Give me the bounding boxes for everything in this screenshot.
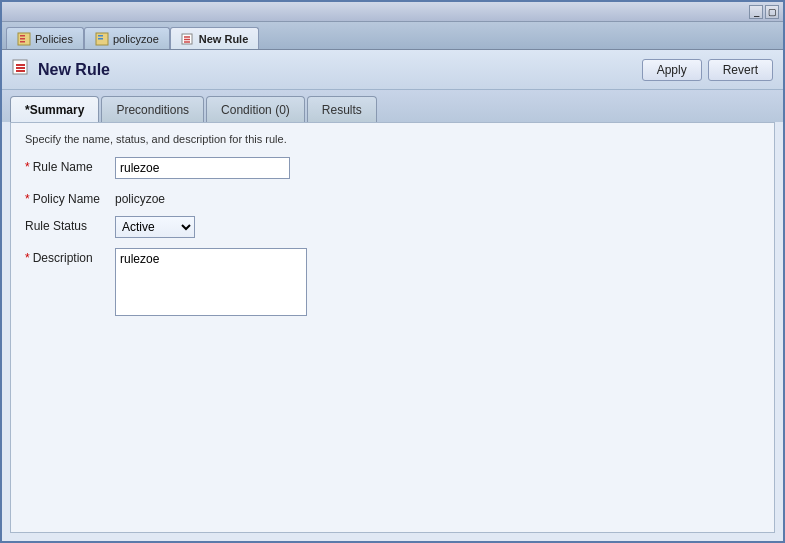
tab-new-rule-label: New Rule (199, 33, 249, 45)
svg-rect-1 (20, 35, 25, 37)
tab-condition-label: Condition (0) (221, 103, 290, 117)
svg-rect-5 (98, 35, 103, 37)
policy-name-value: policyzoe (115, 189, 165, 206)
inner-tabs: *Summary Preconditions Condition (0) Res… (2, 90, 783, 122)
tab-policies[interactable]: Policies (6, 27, 84, 49)
description-label: * Description (25, 248, 115, 265)
page-tabs: Policies policyzoe New Rule (2, 22, 783, 50)
description-row: * Description rulezoe (25, 248, 760, 316)
tab-results[interactable]: Results (307, 96, 377, 122)
header-bar: New Rule Apply Revert (2, 50, 783, 90)
rule-status-label-text: Rule Status (25, 219, 87, 233)
title-bar-controls: ⎯ ▢ (749, 5, 779, 19)
rule-status-select[interactable]: Active Inactive (115, 216, 195, 238)
rule-name-input[interactable] (115, 157, 290, 179)
tab-preconditions-label: Preconditions (116, 103, 189, 117)
form-area: Specify the name, status, and descriptio… (10, 122, 775, 533)
policy-name-row: * Policy Name policyzoe (25, 189, 760, 206)
title-bar: ⎯ ▢ (2, 2, 783, 22)
tab-summary[interactable]: *Summary (10, 96, 99, 122)
required-star-1: * (25, 160, 30, 174)
tab-results-label: Results (322, 103, 362, 117)
svg-rect-6 (98, 38, 103, 40)
header-buttons: Apply Revert (642, 59, 773, 81)
app-container: ⎯ ▢ Policies (0, 0, 785, 543)
tab-new-rule[interactable]: New Rule (170, 27, 260, 49)
tab-condition[interactable]: Condition (0) (206, 96, 305, 122)
rule-name-label-text: Rule Name (33, 160, 93, 174)
apply-button[interactable]: Apply (642, 59, 702, 81)
minimize-button[interactable]: ⎯ (749, 5, 763, 19)
svg-rect-3 (20, 41, 25, 43)
policies-icon (17, 32, 31, 46)
policy-name-label: * Policy Name (25, 189, 115, 206)
description-textarea[interactable]: rulezoe (115, 248, 307, 316)
maximize-button[interactable]: ▢ (765, 5, 779, 19)
rule-name-row: * Rule Name (25, 157, 760, 179)
rule-icon (181, 32, 195, 46)
form-description: Specify the name, status, and descriptio… (25, 133, 760, 145)
tab-policyzoe-label: policyzoe (113, 33, 159, 45)
content-panel: *Summary Preconditions Condition (0) Res… (2, 90, 783, 541)
tab-preconditions[interactable]: Preconditions (101, 96, 204, 122)
tab-summary-label: *Summary (25, 103, 84, 117)
revert-button[interactable]: Revert (708, 59, 773, 81)
tab-policyzoe[interactable]: policyzoe (84, 27, 170, 49)
header-icon (12, 58, 32, 82)
description-label-text: Description (33, 251, 93, 265)
required-star-3: * (25, 251, 30, 265)
page-title: New Rule (38, 61, 110, 79)
rule-status-row: Rule Status Active Inactive (25, 216, 760, 238)
rule-status-label: Rule Status (25, 216, 115, 233)
header-title-group: New Rule (12, 58, 110, 82)
rule-name-label: * Rule Name (25, 157, 115, 174)
policy-icon (95, 32, 109, 46)
inner-content: New Rule Apply Revert *Summary Precondit… (2, 50, 783, 541)
policy-name-label-text: Policy Name (33, 192, 100, 206)
tab-policies-label: Policies (35, 33, 73, 45)
required-star-2: * (25, 192, 30, 206)
svg-rect-2 (20, 38, 25, 40)
